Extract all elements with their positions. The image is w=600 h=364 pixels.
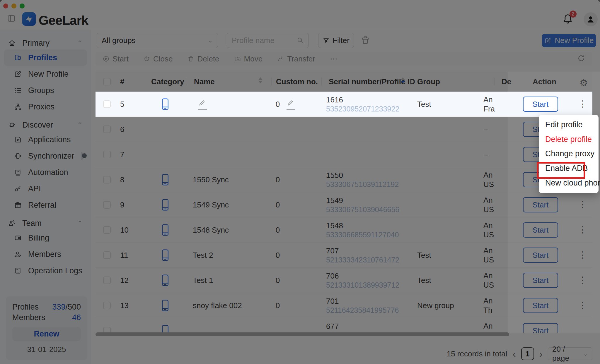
- edit-custom-no-pencil-icon[interactable]: [287, 99, 295, 110]
- row-context-menu: Edit profile Delete profile Change proxy…: [539, 115, 599, 193]
- device-cell: AnFra: [483, 95, 495, 114]
- custom-no: 0: [271, 100, 284, 109]
- enable-adb-highlight-annotation: [537, 162, 585, 179]
- start-button[interactable]: Start: [523, 97, 558, 112]
- menu-item-edit-profile[interactable]: Edit profile: [539, 118, 599, 132]
- menu-item-delete-profile[interactable]: Delete profile: [539, 132, 599, 147]
- row-number: 5: [120, 100, 124, 109]
- serial-profile-id: 1616535230952071233922: [326, 95, 399, 114]
- phone-category-icon: [161, 98, 169, 112]
- table-row: 5 0 1616535230952071233922 Test AnFra St…: [96, 92, 592, 117]
- tutorial-dim-overlay: [0, 0, 600, 364]
- row-more-actions-kebab[interactable]: ⋮: [578, 98, 587, 110]
- group-cell: Test: [417, 100, 431, 109]
- geelark-window: GeeLark 2 Primary ⌃ Profiles New Profile: [0, 0, 600, 364]
- row-checkbox[interactable]: [103, 100, 111, 108]
- menu-item-change-proxy[interactable]: Change proxy: [539, 147, 599, 161]
- edit-name-pencil-icon[interactable]: [198, 99, 207, 110]
